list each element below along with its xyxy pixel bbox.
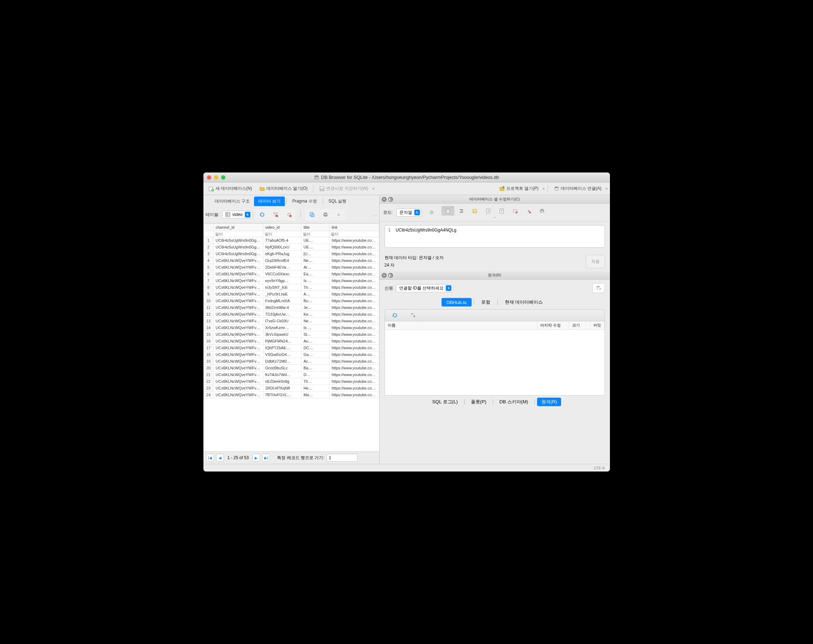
cell-video-id[interactable]: 7BTHvFGVL… — [263, 392, 301, 398]
cell-video-id[interactable]: IQbPTZbAE… — [263, 345, 301, 351]
table-row[interactable]: 6UCx6KLNcWQveYWFvtOc0X_owV6CCo0XiexcEa…h… — [203, 271, 379, 277]
titlebar[interactable]: DB Browser for SQLite - /Users/hongseung… — [203, 173, 610, 182]
cell-title[interactable]: Ar… — [301, 264, 329, 271]
cell-channel-id[interactable]: UCx6KLNcWQveYWFvtOc0X_ow — [213, 324, 263, 331]
remote-refresh-button[interactable] — [388, 311, 401, 320]
cell-channel-id[interactable]: UCx6KLNcWQveYWFvtOc0X_ow — [213, 351, 263, 358]
cell-link[interactable]: https://www.youtube.com/wa — [329, 318, 379, 324]
table-row[interactable]: 14UCx6KLNcWQveYWFvtOc0X_owXr5zwKzmr…Is …… — [203, 324, 379, 331]
cell-link[interactable]: https://www.youtube.com/wa — [329, 251, 379, 257]
table-row[interactable]: 9UCx6KLNcWQveYWFvtOc0X_ow_hPcr9rLrwEA…ht… — [203, 291, 379, 298]
close-window-button[interactable] — [207, 175, 211, 179]
cell-title[interactable]: Ga… — [301, 351, 329, 358]
cell-title[interactable]: Th… — [301, 284, 329, 291]
maximize-window-button[interactable] — [221, 175, 225, 179]
cell-video-id[interactable]: VSGwEioD4… — [263, 351, 301, 358]
refresh-button[interactable] — [256, 210, 268, 219]
cell-video-id[interactable]: DdbKz71M0… — [263, 358, 301, 365]
cell-video-id[interactable]: I7xeD-Ck03U — [263, 318, 301, 324]
cell-channel-id[interactable]: UCx6KLNcWQveYWFvtOc0X_ow — [213, 358, 263, 365]
cell-video-id[interactable]: V6CCo0Xiexc — [263, 271, 301, 277]
cell-link[interactable]: https://www.youtube.com/wa — [329, 358, 379, 365]
cell-title[interactable]: St… — [301, 331, 329, 338]
import-button[interactable] — [482, 207, 495, 216]
cell-video-id[interactable]: 2DebF4EVa… — [263, 264, 301, 271]
cell-title[interactable]: UE… — [301, 237, 329, 244]
rtl-button[interactable] — [455, 207, 468, 216]
table-row[interactable]: 5UCx6KLNcWQveYWFvtOc0X_ow2DebF4EVa…Ar…ht… — [203, 264, 379, 271]
mode-select[interactable]: 문자열 ⇅ — [396, 208, 422, 217]
cell-video-id[interactable]: NyfQ080LzxU — [263, 244, 301, 251]
toolbar-overflow-1[interactable]: » — [373, 187, 375, 191]
cell-channel-id[interactable]: UCx6KLNcWQveYWFvtOc0X_ow — [213, 298, 263, 304]
table-row[interactable]: 22UCx6KLNcWQveYWFvtOc0X_ownEZ0eHr0n8gTh…… — [203, 378, 379, 385]
table-row[interactable]: 8UCx6KLNcWQveYWFvtOc0X_owlx3ySNT_fcETh…h… — [203, 284, 379, 291]
close-panel-button[interactable]: ✕ — [382, 197, 387, 202]
table-row[interactable]: 16UCx6KLNcWQveYWFvtOc0X_owPjMGFMN24…Au…h… — [203, 338, 379, 345]
column-header-channel-id[interactable]: channel_id — [213, 224, 263, 231]
table-row[interactable]: 1UC8r4z5sUgWrs9n0GgA4NQLg77a6uAOf5-4UE…h… — [203, 237, 379, 244]
cell-video-id[interactable]: KxTA3o7Wd… — [263, 372, 301, 378]
cell-video-id[interactable]: 1RDU4TKqNfI — [263, 385, 301, 392]
table-row[interactable]: 21UCx6KLNcWQveYWFvtOc0X_owKxTA3o7Wd…D…ht… — [203, 372, 379, 378]
clear-filters-button[interactable] — [269, 210, 282, 219]
cell-link[interactable]: https://www.youtube.com/wa — [329, 298, 379, 304]
cell-link[interactable]: https://www.youtube.com/wa — [329, 331, 379, 338]
tab-pragma[interactable]: Pragma 수정 — [288, 197, 321, 206]
cell-channel-id[interactable]: UCx6KLNcWQveYWFvtOc0X_ow — [213, 284, 263, 291]
minimize-window-button[interactable] — [214, 175, 218, 179]
bottom-tab-sql-log[interactable]: SQL 로그(L) — [428, 398, 462, 406]
open-project-button[interactable]: 프로젝트 열기(P) — [496, 185, 541, 193]
cell-title[interactable]: Bu… — [301, 298, 329, 304]
text-mode-button[interactable] — [442, 207, 454, 216]
cell-title[interactable]: Je… — [301, 304, 329, 311]
cell-title[interactable]: A… — [301, 291, 329, 298]
cell-video-id[interactable]: FxdngMLntXA — [263, 298, 301, 304]
cell-video-id[interactable]: 3kVcXipsekU — [263, 331, 301, 338]
table-row[interactable]: 3UC8r4z5sUgWrs9n0GgA4NQLgeKgb-PRaJug[U…h… — [203, 251, 379, 257]
identity-select[interactable]: 연결할 ID를 선택하세요 ⇅ — [396, 284, 454, 292]
cell-title[interactable]: Ma… — [301, 392, 329, 398]
cell-title[interactable]: UE… — [301, 244, 329, 251]
delete-record-button[interactable] — [283, 210, 295, 219]
cell-channel-id[interactable]: UCx6KLNcWQveYWFvtOc0X_ow — [213, 372, 263, 378]
cell-link[interactable]: https://www.youtube.com/wa — [329, 277, 379, 284]
table-row[interactable]: 20UCx6KLNcWQveYWFvtOc0X_owOcorj9buSLcBa…… — [203, 365, 379, 372]
cell-title[interactable]: Th… — [301, 378, 329, 385]
cell-video-id[interactable]: OcpDtRnxfE4 — [263, 257, 301, 264]
cell-link[interactable]: https://www.youtube.com/wa — [329, 264, 379, 271]
filter-channel-id[interactable] — [214, 231, 263, 237]
cell-title[interactable]: DC… — [301, 345, 329, 351]
table-row[interactable]: 11UCx6KLNcWQveYWFvtOc0X_ow3tbIZmhMw-4Je…… — [203, 304, 379, 311]
cell-title[interactable]: Ea… — [301, 271, 329, 277]
cell-channel-id[interactable]: UC8r4z5sUgWrs9n0GgA4NQLg — [213, 237, 263, 244]
cell-channel-id[interactable]: UCx6KLNcWQveYWFvtOc0X_ow — [213, 271, 263, 277]
filter-title[interactable] — [301, 231, 329, 237]
filter-link[interactable] — [329, 231, 379, 237]
cell-link[interactable]: https://www.youtube.com/wa — [329, 304, 379, 311]
open-database-button[interactable]: 데이터베이스 열기(O) — [256, 185, 311, 193]
save-table-button[interactable] — [306, 210, 318, 219]
cell-video-id[interactable]: Ocorj9buSLc — [263, 365, 301, 372]
print-button[interactable] — [319, 210, 332, 219]
cell-channel-id[interactable]: UCx6KLNcWQveYWFvtOc0X_ow — [213, 304, 263, 311]
save-cell-button[interactable] — [468, 207, 481, 216]
cell-video-id[interactable]: 77a6uAOf5-4 — [263, 237, 301, 244]
remote-upload-button[interactable] — [406, 311, 419, 320]
more-actions-button[interactable]: » — [333, 210, 345, 219]
cell-link[interactable]: https://www.youtube.com/wa — [329, 392, 379, 398]
cell-channel-id[interactable]: UCx6KLNcWQveYWFvtOc0X_ow — [213, 291, 263, 298]
table-row[interactable]: 24UCx6KLNcWQveYWFvtOc0X_ow7BTHvFGVL…Ma…h… — [203, 392, 379, 398]
cell-video-id[interactable]: lx3ySNT_fcE — [263, 284, 301, 291]
auto-mode-button[interactable] — [425, 208, 438, 217]
remote-tab-current[interactable]: 현재 데이터베이스 — [500, 298, 548, 306]
cell-title[interactable]: Ba… — [301, 365, 329, 372]
prev-page-button[interactable]: ◀ — [216, 454, 224, 462]
table-row[interactable]: 10UCx6KLNcWQveYWFvtOc0X_owFxdngMLntXABu…… — [203, 298, 379, 304]
remote-tab-dbhub[interactable]: DBHub.io — [442, 298, 472, 306]
cell-video-id[interactable]: 3tbIZmhMw-4 — [263, 304, 301, 311]
null-button[interactable] — [509, 207, 522, 216]
cell-link[interactable]: https://www.youtube.com/wa — [329, 378, 379, 385]
cell-link[interactable]: https://www.youtube.com/wa — [329, 351, 379, 358]
cell-channel-id[interactable]: UCx6KLNcWQveYWFvtOc0X_ow — [213, 277, 263, 284]
